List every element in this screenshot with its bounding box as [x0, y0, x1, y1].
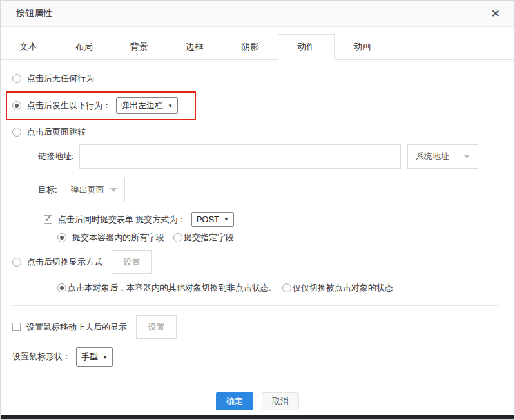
dropdown-arrow-icon: ▼ [224, 216, 229, 222]
tab-animation[interactable]: 动画 [335, 34, 390, 59]
toggle-display-set-button[interactable]: 设置 [112, 250, 152, 274]
row-field-scope: 提交本容器内的所有字段 提交指定字段 [57, 232, 499, 243]
row-no-action: 点击后无任何行为 [12, 73, 499, 84]
cursor-shape-select[interactable]: 手型 ▼ [76, 347, 113, 367]
target-label: 目标: [38, 184, 57, 196]
dropdown-arrow-icon: ▼ [102, 354, 108, 360]
row-link-address: 链接地址: 系统地址 [38, 144, 499, 169]
tab-bar: 文本 布局 背景 边框 阴影 动作 动画 [1, 27, 514, 60]
caret-down-icon [463, 155, 470, 158]
submit-method-select[interactable]: POST ▼ [191, 212, 234, 227]
address-type-value: 系统地址 [416, 151, 449, 162]
radio-toggle-self[interactable] [282, 283, 291, 292]
row-submit-form: 点击后同时提交表单 提交方式为： POST ▼ [44, 212, 499, 227]
red-highlight-box: 点击后发生以下行为： 弹出左边栏 ▼ [6, 91, 196, 120]
target-select[interactable]: 弹出页面 [63, 178, 125, 202]
row-behavior: 点击后发生以下行为： 弹出左边栏 ▼ [12, 91, 499, 120]
radio-behavior-label: 点击后发生以下行为： [27, 100, 111, 111]
row-toggle-mode: 点击本对象后，本容器内的其他对象切换到非点击状态。 仅仅切换被点击对象的状态 [57, 282, 499, 294]
dialog-title: 按钮属性 [16, 8, 52, 19]
tab-border[interactable]: 边框 [167, 34, 222, 59]
radio-no-action-label: 点击后无任何行为 [27, 73, 94, 84]
row-target: 目标: 弹出页面 [38, 178, 499, 202]
radio-toggle-display[interactable] [12, 258, 21, 267]
submit-method-value: POST [197, 215, 219, 224]
radio-toggle-self-label: 仅仅切换被点击对象的状态 [293, 282, 393, 294]
tab-text[interactable]: 文本 [1, 34, 56, 59]
hover-display-label: 设置鼠标移动上去后的显示 [26, 321, 127, 333]
radio-toggle-display-label: 点击后切换显示方式 [27, 256, 102, 268]
target-value: 弹出页面 [71, 184, 104, 196]
submit-form-label: 点击后同时提交表单 提交方式为： [58, 214, 186, 225]
radio-all-fields[interactable] [57, 233, 66, 242]
dialog-header: 按钮属性 ✕ [1, 1, 514, 27]
row-page-jump: 点击后页面跳转 [12, 126, 499, 138]
tab-background[interactable]: 背景 [112, 34, 167, 59]
caret-down-icon [110, 188, 117, 192]
address-type-select[interactable]: 系统地址 [407, 144, 478, 169]
bottom-bar [1, 415, 514, 419]
row-hover-display: 设置鼠标移动上去后的显示 设置 [12, 315, 499, 339]
radio-toggle-others[interactable] [57, 283, 66, 292]
ok-button[interactable]: 确定 [216, 392, 253, 410]
tab-action[interactable]: 动作 [278, 34, 335, 60]
action-panel: 点击后无任何行为 点击后发生以下行为： 弹出左边栏 ▼ 点击后页面跳转 链接地址… [1, 73, 514, 367]
hover-display-checkbox[interactable] [12, 323, 21, 331]
submit-form-checkbox[interactable] [44, 215, 52, 224]
close-icon[interactable]: ✕ [491, 8, 500, 19]
radio-behavior[interactable] [12, 101, 21, 110]
button-properties-dialog: 按钮属性 ✕ 文本 布局 背景 边框 阴影 动作 动画 点击后无任何行为 点击后… [0, 0, 515, 420]
behavior-select[interactable]: 弹出左边栏 ▼ [116, 97, 178, 114]
behavior-select-value: 弹出左边栏 [121, 100, 163, 111]
hover-display-set-button[interactable]: 设置 [136, 315, 177, 339]
radio-all-fields-label: 提交本容器内的所有字段 [72, 232, 164, 243]
tab-shadow[interactable]: 阴影 [222, 34, 278, 59]
cursor-shape-label: 设置鼠标形状： [12, 351, 71, 363]
radio-toggle-others-label: 点击本对象后，本容器内的其他对象切换到非点击状态。 [68, 282, 277, 294]
cursor-shape-value: 手型 [81, 351, 98, 363]
row-toggle-display: 点击后切换显示方式 设置 [12, 250, 499, 274]
radio-page-jump-label: 点击后页面跳转 [27, 126, 86, 138]
link-address-label: 链接地址: [38, 151, 74, 162]
row-cursor-shape: 设置鼠标形状： 手型 ▼ [12, 347, 499, 367]
link-address-input[interactable] [79, 144, 401, 169]
section-divider [12, 305, 499, 306]
tab-layout[interactable]: 布局 [56, 34, 112, 59]
cancel-button[interactable]: 取消 [262, 392, 299, 410]
dialog-footer: 确定 取消 [1, 392, 514, 410]
radio-specified-fields-label: 提交指定字段 [184, 232, 234, 243]
radio-page-jump[interactable] [12, 128, 21, 137]
radio-specified-fields[interactable] [173, 233, 182, 242]
radio-no-action[interactable] [12, 74, 21, 83]
dropdown-arrow-icon: ▼ [168, 103, 173, 109]
